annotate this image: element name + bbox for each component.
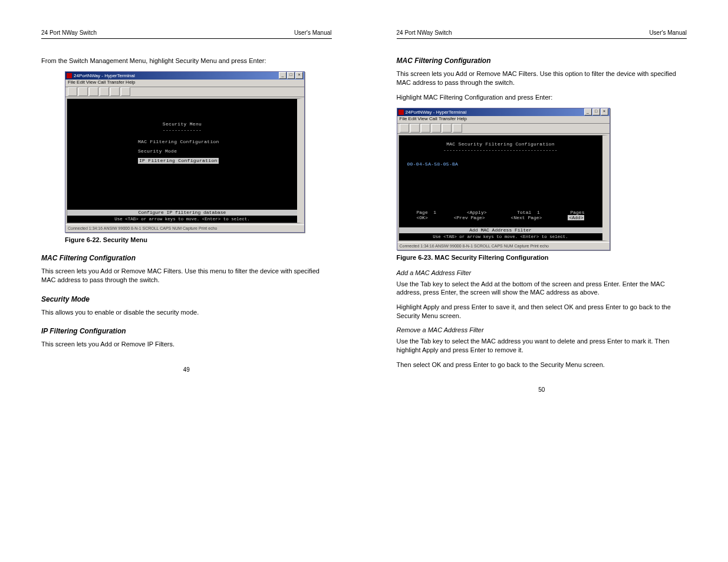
- page-left: 24 Port NWay Switch User's Manual From t…: [41, 29, 332, 393]
- nav-row: <OK> <Prev Page> <Next Page> <Add>: [399, 215, 602, 220]
- toolbar-button[interactable]: [89, 87, 98, 96]
- window-title: 24PortNWay - HyperTerminal: [406, 110, 467, 115]
- intro-text: From the Switch Management Menu, highlig…: [41, 57, 332, 65]
- page-number: 50: [397, 386, 687, 393]
- screen-title: Security Menu: [67, 121, 297, 127]
- scroll-down-icon[interactable]: ▼: [297, 217, 303, 223]
- terminal-screen: MAC Security Filtering Configuration ---…: [398, 135, 608, 241]
- ip-body: This screen lets you Add or Remove IP Fi…: [41, 340, 332, 349]
- toolbar-button[interactable]: [453, 124, 462, 133]
- subhead-mac: MAC Filtering Configuration: [41, 254, 332, 262]
- nav-hint: Use <TAB> or arrow keys to move. <Enter>…: [67, 217, 297, 222]
- header-row: 24 Port NWay Switch User's Manual: [41, 29, 332, 36]
- window-title: 24PortNWay - HyperTerminal: [74, 73, 135, 78]
- header-right: User's Manual: [294, 29, 332, 36]
- menu-bar[interactable]: File Edit View Call Transfer Help: [65, 80, 304, 87]
- rem-body2: Then select OK and press Enter to go bac…: [397, 361, 687, 369]
- subhead-mac: MAC Filtering Configuration: [397, 57, 687, 65]
- maximize-button[interactable]: □: [592, 108, 600, 115]
- toolbar-button[interactable]: [431, 124, 441, 133]
- scrollbar[interactable]: ▲ ▼: [602, 135, 608, 240]
- toolbar: [65, 87, 304, 97]
- toolbar: [397, 124, 610, 134]
- app-icon: [67, 73, 72, 78]
- toolbar-button[interactable]: [421, 124, 430, 133]
- maximize-button[interactable]: □: [287, 72, 295, 79]
- window-titlebar[interactable]: 24PortNWay - HyperTerminal _ □ ×: [65, 72, 304, 80]
- page-number: 49: [41, 366, 332, 373]
- add-action-selected[interactable]: <Add>: [568, 215, 584, 220]
- next-page-action[interactable]: <Next Page>: [511, 215, 542, 220]
- toolbar-button[interactable]: [110, 87, 120, 96]
- toolbar-button[interactable]: [68, 87, 77, 96]
- menu-item-selected[interactable]: IP Filtering Configuration: [67, 158, 297, 164]
- rule: [41, 38, 332, 39]
- minimize-button[interactable]: _: [584, 108, 592, 115]
- rule: [397, 38, 687, 39]
- window-titlebar[interactable]: 24PortNWay - HyperTerminal _ □ ×: [397, 108, 610, 116]
- status-bar: Connected 1:34:16 ANSIW 99000 8-N-1 SCRO…: [397, 242, 610, 250]
- menu-item[interactable]: MAC Filtering Configuration: [67, 139, 297, 145]
- body-text: Highlight MAC Filtering Configuration an…: [397, 93, 687, 102]
- prev-page-action[interactable]: <Prev Page>: [454, 215, 485, 220]
- sub2-add: Add a MAC Address Filter: [397, 269, 687, 276]
- scroll-up-icon[interactable]: ▲: [602, 135, 608, 141]
- figure-caption: Figure 6-23. MAC Security Filtering Conf…: [397, 254, 687, 261]
- scroll-down-icon[interactable]: ▼: [602, 234, 608, 240]
- terminal-screen: Security Menu ------------- MAC Filterin…: [67, 98, 303, 223]
- toolbar-button[interactable]: [100, 87, 109, 96]
- header-left: 24 Port NWay Switch: [41, 29, 97, 36]
- scrollbar[interactable]: ▲ ▼: [297, 99, 303, 223]
- toolbar-button[interactable]: [121, 87, 130, 96]
- status-bar: Connected 1:34:16 ANSIW 99000 8-N-1 SCRO…: [65, 224, 304, 232]
- toolbar-button[interactable]: [442, 124, 452, 133]
- subhead-mode: Security Mode: [41, 295, 332, 303]
- page-right: 24 Port NWay Switch User's Manual MAC Fi…: [397, 29, 687, 393]
- underline: --------------------------------------: [399, 147, 602, 153]
- hyperterminal-window: 24PortNWay - HyperTerminal _ □ × File Ed…: [397, 108, 610, 250]
- minimize-button[interactable]: _: [279, 72, 286, 79]
- hint-bar: Configure IP filtering database: [67, 210, 297, 216]
- apply-action[interactable]: <Apply>: [467, 210, 487, 215]
- close-button[interactable]: ×: [601, 108, 608, 115]
- app-icon: [398, 110, 404, 115]
- header-left: 24 Port NWay Switch: [397, 29, 452, 36]
- ok-action[interactable]: <OK>: [417, 215, 428, 220]
- mode-body: This allows you to enable or disable the…: [41, 308, 332, 317]
- toolbar-button[interactable]: [78, 87, 88, 96]
- menu-item[interactable]: Security Mode: [67, 148, 297, 154]
- header-right: User's Manual: [649, 29, 687, 36]
- toolbar-button[interactable]: [400, 124, 409, 133]
- add-body2: Highlight Apply and press Enter to save …: [397, 303, 687, 320]
- body-text: This screen lets you Add or Remove MAC F…: [397, 70, 687, 87]
- menu-bar[interactable]: File Edit View Call Transfer Help: [397, 116, 610, 124]
- underline: -------------: [67, 127, 297, 133]
- nav-hint: Use <TAB> or arrow keys to move. <Enter>…: [399, 234, 602, 239]
- hint-bar: Add MAC Address Filter: [399, 227, 602, 233]
- toolbar-button[interactable]: [410, 124, 420, 133]
- scroll-up-icon[interactable]: ▲: [297, 99, 303, 105]
- rem-body: Use the Tab key to select the MAC addres…: [397, 337, 687, 355]
- subhead-ip: IP Filtering Configuration: [41, 327, 332, 335]
- mac-body: This screen lets you Add or Remove MAC F…: [41, 267, 332, 285]
- figure-caption: Figure 6-22. Security Menu: [65, 236, 332, 243]
- header-row: 24 Port NWay Switch User's Manual: [397, 29, 687, 36]
- stats-row: Page 1 <Apply> Total 1 Pages: [399, 210, 602, 215]
- screen-title: MAC Security Filtering Configuration: [399, 141, 602, 147]
- close-button[interactable]: ×: [295, 72, 303, 79]
- hyperterminal-window: 24PortNWay - HyperTerminal _ □ × File Ed…: [65, 71, 305, 233]
- mac-entry[interactable]: 00-04-5A-58-05-BA: [399, 161, 602, 167]
- add-body: Use the Tab key to select the Add at the…: [397, 280, 687, 297]
- sub2-remove: Remove a MAC Address Filter: [397, 326, 687, 333]
